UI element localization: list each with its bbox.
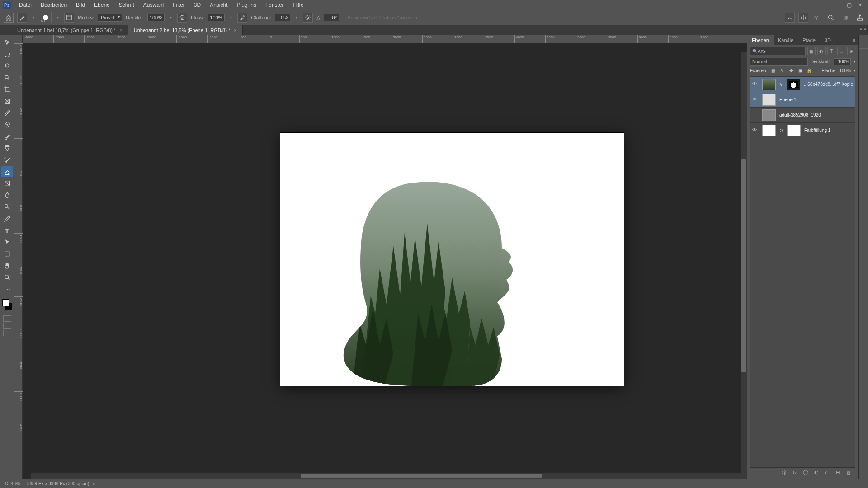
window-close-button[interactable]: ✕ [854, 1, 865, 9]
filter-type-icon[interactable]: T [827, 47, 835, 55]
menu-hilfe[interactable]: Hilfe [288, 2, 308, 8]
edit-toolbar-icon[interactable]: ⋯ [1, 284, 13, 295]
visibility-toggle-icon[interactable]: 👁 [752, 127, 759, 134]
share-icon[interactable] [855, 13, 864, 22]
ruler-horizontal[interactable]: -4000-3500-3000-2500-2000-1500-1000-5000… [14, 35, 747, 43]
menu-bearbeiten[interactable]: Bearbeiten [36, 2, 71, 8]
brush-panel-toggle-icon[interactable] [64, 13, 74, 23]
workspace-icon[interactable]: ▥ [841, 13, 850, 22]
doc-tab-2-close-icon[interactable]: × [234, 28, 236, 33]
menu-plugins[interactable]: Plug-ins [232, 2, 261, 8]
filter-smart-icon[interactable]: ◈ [847, 47, 855, 55]
pen-tool[interactable] [1, 213, 13, 224]
tool-preset-icon[interactable] [17, 13, 27, 23]
lock-all-icon[interactable]: 🔒 [806, 67, 812, 74]
scrollbar-vertical[interactable] [741, 52, 747, 479]
eraser-tool[interactable] [1, 166, 13, 177]
menu-ebene[interactable]: Ebene [90, 2, 114, 8]
lasso-tool[interactable] [1, 61, 13, 71]
layer-name[interactable]: ...68b473dd8...df7 Kopie [804, 82, 853, 87]
filter-shape-icon[interactable]: ▭ [837, 47, 845, 55]
flow-value[interactable]: 100% [208, 14, 225, 21]
layer-filter-select[interactable]: 🔍 Art ▾ [750, 47, 806, 55]
status-zoom[interactable]: 13,48% [5, 481, 20, 486]
layer-thumbnail[interactable] [762, 79, 776, 90]
new-layer-icon[interactable]: ⊞ [835, 469, 842, 476]
layer-name[interactable]: adult-1852908_1920 [779, 113, 853, 117]
brush-tool[interactable] [1, 131, 13, 142]
menu-fenster[interactable]: Fenster [261, 2, 288, 8]
menu-schrift[interactable]: Schrift [114, 2, 139, 8]
fill-value[interactable]: 100% [839, 68, 851, 73]
panel-tab-ebenen[interactable]: Ebenen [747, 35, 774, 45]
smoothing-value[interactable]: 0% [275, 14, 290, 21]
screen-mode-menubar[interactable] [3, 330, 11, 336]
smoothing-options-icon[interactable] [303, 13, 313, 23]
menu-auswahl[interactable]: Auswahl [139, 2, 168, 8]
ruler-origin[interactable] [14, 35, 23, 43]
frame-tool[interactable] [1, 96, 13, 107]
mode-select[interactable]: Pinsel [98, 14, 122, 22]
doc-tab-1-close-icon[interactable]: × [119, 28, 122, 33]
doc-tab-1[interactable]: Unbenannt-1 bei 18,7% (Gruppe 1, RGB/8) … [12, 25, 128, 35]
new-adjustment-icon[interactable]: ◐ [813, 469, 820, 476]
collapse-panels-icon[interactable]: « » [860, 27, 866, 32]
scrollbar-v-thumb[interactable] [741, 159, 746, 372]
menu-datei[interactable]: Datei [14, 2, 36, 8]
viewport[interactable] [23, 43, 747, 479]
healing-tool[interactable] [1, 119, 13, 130]
angle-value[interactable]: 0° [324, 14, 339, 21]
layer-row[interactable]: 👁 Ebene 1 [750, 92, 855, 108]
smoothing-dropdown[interactable]: ▾ [294, 12, 299, 23]
delete-layer-icon[interactable]: 🗑 [845, 469, 853, 476]
filter-adjustment-icon[interactable]: ◐ [817, 47, 826, 55]
layer-fx-icon[interactable]: fx [791, 469, 798, 476]
hand-tool[interactable] [1, 260, 13, 271]
panel-tab-3d[interactable]: 3D [820, 35, 835, 45]
zoom-tool[interactable] [1, 272, 13, 283]
type-tool[interactable]: T [1, 225, 13, 236]
pressure-size-icon[interactable] [785, 13, 795, 23]
pressure-opacity-icon[interactable] [177, 13, 187, 23]
layer-thumbnail[interactable] [762, 109, 776, 121]
visibility-toggle-icon[interactable]: 👁 [752, 81, 759, 88]
layer-row[interactable]: 👁 ↳ ...68b473dd8...df7 Kopie [750, 77, 855, 92]
lock-transparency-icon[interactable]: ▦ [770, 67, 776, 74]
menu-bild[interactable]: Bild [71, 2, 90, 8]
status-doc-info[interactable]: 5659 Px x 3966 Px (300 ppcm) [27, 481, 95, 486]
screen-mode-full[interactable] [3, 323, 11, 329]
blend-mode-select[interactable]: Normal [750, 58, 808, 66]
layer-mask-thumbnail[interactable] [787, 79, 800, 90]
layer-opacity-value[interactable]: 100% [834, 58, 851, 65]
new-group-icon[interactable]: 🗀 [824, 469, 831, 476]
opacity-value[interactable]: 100% [147, 14, 165, 21]
tool-preset-dropdown[interactable]: ▾ [31, 12, 36, 23]
layer-thumbnail[interactable] [762, 125, 776, 136]
cloud-docs-icon[interactable]: ◎ [812, 13, 821, 22]
scrollbar-horizontal[interactable] [31, 473, 741, 479]
quick-select-tool[interactable] [1, 72, 13, 83]
link-layers-icon[interactable]: ⛓ [780, 469, 788, 476]
window-minimize-button[interactable]: — [833, 1, 844, 9]
layer-mask-thumbnail[interactable] [787, 125, 801, 136]
scrollbar-h-thumb[interactable] [301, 474, 542, 478]
layer-thumbnail[interactable] [762, 94, 776, 106]
symmetry-icon[interactable] [798, 13, 808, 23]
crop-tool[interactable] [1, 84, 13, 95]
foreground-background-colors[interactable] [1, 298, 13, 311]
menu-ansicht[interactable]: Ansicht [205, 2, 232, 8]
history-brush-tool[interactable] [1, 155, 13, 165]
gradient-tool[interactable] [1, 178, 13, 189]
menu-filter[interactable]: Filter [168, 2, 189, 8]
brush-dropdown[interactable]: ▾ [55, 12, 61, 23]
flow-dropdown[interactable]: ▾ [228, 12, 234, 23]
lock-position-icon[interactable]: ✥ [788, 67, 794, 74]
dodge-tool[interactable] [1, 202, 13, 212]
ruler-vertical[interactable]: -1500-1000-50005001000150020002500300035… [14, 43, 23, 479]
lock-artboard-icon[interactable]: ▣ [797, 67, 803, 74]
visibility-toggle-icon[interactable]: 👁 [752, 97, 759, 103]
layer-name[interactable]: Ebene 1 [779, 97, 853, 102]
menu-3d[interactable]: 3D [189, 2, 205, 8]
panel-menu-icon[interactable]: ≡ [850, 38, 858, 43]
airbrush-icon[interactable] [237, 13, 247, 23]
